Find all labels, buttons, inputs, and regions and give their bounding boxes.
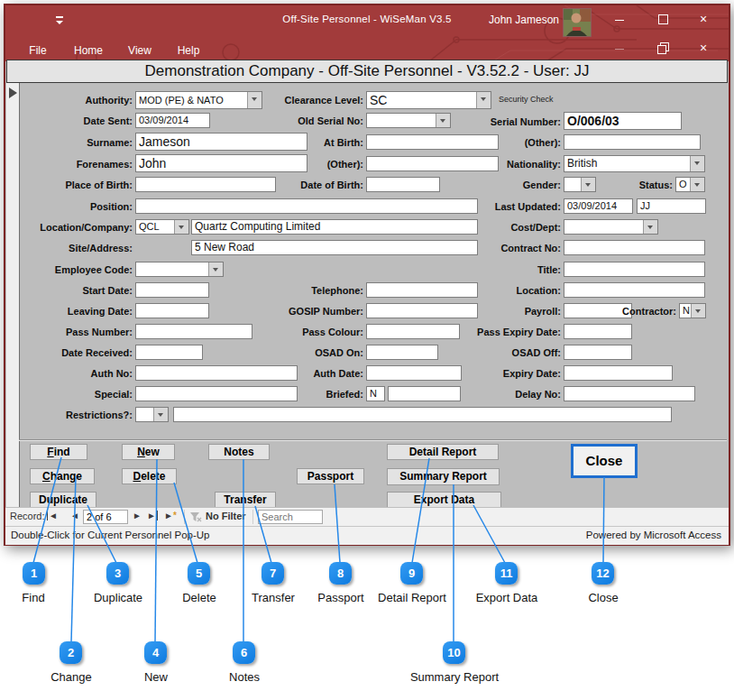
- dropdown-icon[interactable]: [691, 304, 705, 318]
- search-input[interactable]: [258, 510, 323, 524]
- first-record-icon[interactable]: ◄: [47, 511, 58, 520]
- title-field[interactable]: [564, 262, 705, 277]
- dropdown-icon[interactable]: [436, 114, 450, 127]
- user-name[interactable]: John Jameson: [453, 14, 559, 26]
- restrictions-label: Restrictions?:: [27, 408, 133, 423]
- status-combo[interactable]: O: [675, 177, 705, 192]
- transfer-button[interactable]: Transfer: [215, 492, 276, 508]
- menu-help[interactable]: Help: [170, 41, 207, 60]
- new-record-icon[interactable]: ►*: [164, 511, 177, 520]
- last-updated-user-field[interactable]: JJ: [637, 198, 706, 214]
- dropdown-icon[interactable]: [476, 92, 491, 108]
- doc-close-button[interactable]: ×: [690, 39, 717, 59]
- auth-date-field[interactable]: [366, 365, 462, 381]
- cost-dept-combo[interactable]: [564, 219, 658, 235]
- old-serial-no-combo[interactable]: [366, 113, 451, 128]
- callout-badge-12: 12: [592, 562, 614, 585]
- leaving-date-field[interactable]: [135, 303, 209, 318]
- doc-restore-button[interactable]: [649, 39, 676, 59]
- summary-report-button[interactable]: Summary Report: [387, 468, 500, 485]
- callout-label-summary-report: Summary Report: [391, 670, 518, 684]
- close-button[interactable]: Close: [571, 444, 638, 478]
- other1-field[interactable]: [564, 134, 701, 150]
- briefed-field[interactable]: N: [366, 386, 385, 401]
- delete-button[interactable]: Delete: [122, 468, 177, 484]
- callout-badge-9: 9: [400, 562, 423, 585]
- menu-view[interactable]: View: [121, 41, 159, 60]
- pass-colour-field[interactable]: [366, 324, 460, 339]
- expiry-date-field[interactable]: [564, 365, 673, 381]
- export-data-button[interactable]: Export Data: [387, 492, 501, 508]
- at-birth-label: At Birth:: [260, 135, 363, 151]
- dropdown-icon[interactable]: [690, 156, 704, 171]
- authority-label: Authority:: [27, 93, 133, 108]
- dropdown-icon[interactable]: [581, 178, 595, 191]
- pass-expiry-date-field[interactable]: [564, 324, 632, 339]
- location-company-name-field[interactable]: Quartz Computing Limited: [191, 219, 478, 235]
- location-company-code-combo[interactable]: QCL: [135, 219, 189, 235]
- new-button[interactable]: New: [122, 444, 175, 460]
- status-bar: Double-Click for Current Personnel Pop-U…: [5, 526, 729, 545]
- date-sent-field[interactable]: 03/09/2014: [135, 113, 210, 128]
- minimize-button[interactable]: [606, 10, 633, 30]
- site-address-field[interactable]: 5 New Road: [191, 240, 478, 255]
- maximize-button[interactable]: [649, 10, 676, 30]
- next-record-icon[interactable]: ►: [133, 511, 142, 520]
- osad-off-field[interactable]: [564, 345, 632, 360]
- date-of-birth-field[interactable]: [366, 177, 440, 192]
- employee-code-label: Employee Code:: [27, 262, 133, 278]
- briefed-value: N: [370, 388, 377, 399]
- change-button[interactable]: Change: [30, 468, 95, 484]
- cost-dept-label: Cost/Dept:: [455, 220, 561, 235]
- menu-home[interactable]: Home: [69, 41, 108, 60]
- contractor-combo[interactable]: N: [679, 303, 706, 318]
- close-window-button[interactable]: ×: [690, 10, 717, 30]
- record-selector-strip[interactable]: [6, 83, 20, 508]
- menu-file[interactable]: File: [22, 41, 54, 60]
- nationality-combo[interactable]: British: [564, 155, 705, 172]
- location-company-label: Location/Company:: [27, 220, 133, 235]
- authority-combo[interactable]: MOD (PE) & NATO: [135, 91, 262, 109]
- dropdown-icon[interactable]: [690, 178, 704, 191]
- last-record-icon[interactable]: ►: [147, 511, 158, 520]
- passport-button[interactable]: Passport: [297, 468, 364, 484]
- notes-button[interactable]: Notes: [208, 444, 270, 460]
- osad-on-field[interactable]: [366, 345, 438, 360]
- date-received-field[interactable]: [135, 345, 203, 360]
- duplicate-button[interactable]: Duplicate: [30, 492, 96, 508]
- contract-no-field[interactable]: [564, 240, 705, 255]
- pass-number-field[interactable]: [135, 324, 252, 339]
- contractor-value: N: [683, 305, 690, 316]
- contract-no-label: Contract No:: [455, 241, 561, 256]
- serial-number-field[interactable]: O/006/03: [564, 112, 682, 130]
- dropdown-icon[interactable]: [643, 220, 657, 234]
- record-position-input[interactable]: [83, 510, 128, 524]
- clearance-level-combo[interactable]: SC: [366, 91, 491, 109]
- location-field[interactable]: [564, 282, 705, 298]
- clearance-level-label: Clearance Level:: [260, 93, 363, 108]
- nav-separator: [252, 510, 253, 524]
- detail-report-button[interactable]: Detail Report: [387, 444, 499, 460]
- doc-minimize-button[interactable]: [606, 39, 633, 59]
- delay-no-field[interactable]: [564, 386, 695, 401]
- position-field[interactable]: [135, 198, 478, 214]
- callout-badge-2: 2: [60, 641, 82, 664]
- last-updated-date-field[interactable]: 03/09/2014: [564, 198, 633, 214]
- no-filter-label[interactable]: No Filter: [206, 511, 246, 521]
- start-date-field[interactable]: [135, 282, 209, 298]
- gender-combo[interactable]: [564, 177, 596, 192]
- previous-record-icon[interactable]: ◄: [70, 511, 79, 520]
- new-record-asterisk-icon: *: [173, 511, 177, 520]
- dropdown-icon[interactable]: [153, 408, 168, 421]
- employee-code-combo[interactable]: [135, 262, 224, 277]
- find-button[interactable]: Find: [30, 444, 87, 460]
- place-of-birth-field[interactable]: [135, 177, 276, 192]
- last-updated-label: Last Updated:: [455, 199, 561, 215]
- restrictions-combo[interactable]: [135, 407, 169, 422]
- restrictions-text-field[interactable]: [173, 407, 672, 422]
- briefed-extra-field[interactable]: [388, 386, 461, 401]
- dropdown-icon[interactable]: [208, 262, 223, 276]
- location-field-label: Location:: [455, 283, 561, 299]
- user-avatar-image[interactable]: [563, 8, 592, 37]
- dropdown-icon[interactable]: [174, 220, 188, 234]
